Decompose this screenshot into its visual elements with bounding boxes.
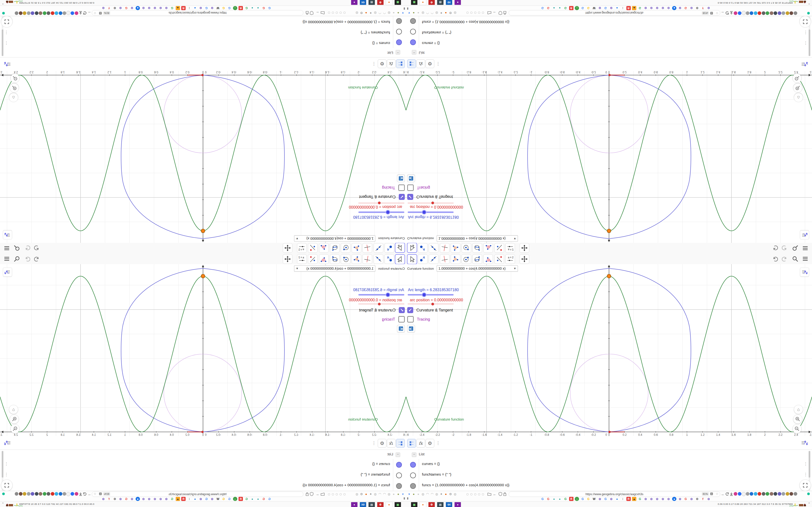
extension-icon[interactable]: ● bbox=[412, 11, 416, 15]
reflect-about-line-tool-button[interactable] bbox=[308, 254, 317, 264]
polygon-tool-button[interactable] bbox=[451, 243, 460, 253]
extension-icon[interactable]: ◍ bbox=[435, 11, 439, 15]
bookmark-favicon[interactable]: ✿ bbox=[655, 497, 659, 501]
extension-icon[interactable] bbox=[43, 11, 46, 15]
extension-icon[interactable] bbox=[758, 492, 761, 496]
curvature-tangent-checkbox[interactable]: ✓ bbox=[407, 307, 413, 313]
bookmark-favicon[interactable]: ● bbox=[256, 497, 260, 501]
bookmark-favicon[interactable]: f bbox=[107, 6, 111, 10]
collapse-button[interactable]: − bbox=[412, 452, 416, 457]
taskbar-app-icon[interactable]: ▣ bbox=[411, 0, 418, 5]
bookmark-favicon[interactable]: G bbox=[170, 6, 174, 10]
extension-icon[interactable]: ◍ bbox=[355, 492, 359, 496]
point-tool-button[interactable]: A bbox=[385, 243, 394, 253]
extension-icon[interactable] bbox=[15, 11, 18, 15]
bookmark-favicon[interactable]: ✿ bbox=[649, 6, 654, 10]
bookmark-favicon[interactable]: ● bbox=[193, 6, 197, 10]
bookmark-favicon[interactable]: ✿ bbox=[609, 6, 613, 10]
extension-icon[interactable]: ◍ bbox=[387, 11, 391, 15]
bookmark-favicon[interactable]: Я bbox=[239, 497, 243, 501]
bookmark-favicon[interactable]: ✿ bbox=[118, 6, 123, 10]
back-icon[interactable]: ← bbox=[315, 492, 319, 496]
extension-icon[interactable]: ◍ bbox=[453, 492, 457, 496]
taskbar-app-icon[interactable]: ▣ bbox=[411, 502, 418, 507]
extension-icon[interactable]: ⚙ bbox=[359, 492, 364, 496]
extension-icon[interactable]: ● bbox=[392, 492, 396, 496]
extension-icon[interactable] bbox=[773, 11, 777, 15]
algebra-style-button[interactable] bbox=[3, 60, 12, 68]
collapse-button[interactable]: − bbox=[412, 50, 416, 55]
bookmark-favicon[interactable]: ● bbox=[552, 497, 556, 501]
bookmark-favicon[interactable]: G bbox=[227, 497, 232, 501]
scrollbar-thumb[interactable] bbox=[2, 451, 3, 477]
bookmark-favicon[interactable]: G bbox=[124, 6, 129, 10]
taskbar-app-icon[interactable]: 64 bbox=[446, 502, 452, 507]
extension-icon[interactable] bbox=[778, 492, 781, 496]
bookmark-favicon[interactable]: ✿ bbox=[158, 6, 163, 10]
row-kebab-icon[interactable]: ⋮ bbox=[4, 30, 8, 35]
taskbar-app-icon[interactable]: ● bbox=[419, 502, 426, 507]
algebra-scrollbar[interactable] bbox=[2, 451, 3, 497]
row-kebab-icon[interactable]: ⋮ bbox=[804, 30, 808, 35]
extension-icon[interactable]: ◠ bbox=[382, 11, 387, 15]
extension-icon[interactable]: ⚙ bbox=[448, 492, 453, 496]
fullscreen-button[interactable] bbox=[800, 16, 811, 27]
zoom-out-button[interactable] bbox=[10, 424, 19, 433]
bookmark-favicon[interactable]: G bbox=[540, 6, 545, 10]
taskbar-app-icon[interactable]: 64 bbox=[360, 502, 366, 507]
download-icon[interactable] bbox=[79, 11, 83, 15]
zoom-in-button[interactable] bbox=[793, 83, 802, 93]
bookmark-favicon[interactable]: G bbox=[563, 6, 568, 10]
bookmark-favicon[interactable]: ↓ bbox=[233, 497, 237, 501]
row-kebab-icon[interactable]: ⋮ bbox=[804, 41, 808, 46]
bookmark-favicon[interactable]: ✿ bbox=[153, 497, 157, 501]
forward-icon[interactable]: → bbox=[720, 11, 724, 15]
algebra-row[interactable]: curves = {} ⋮ bbox=[406, 459, 812, 470]
bookmark-favicon[interactable]: ✿ bbox=[210, 6, 214, 10]
zoom-out-button[interactable] bbox=[10, 74, 19, 83]
extension-icon[interactable]: ▾ bbox=[407, 492, 411, 496]
extension-icon[interactable] bbox=[39, 11, 43, 15]
forward-icon[interactable]: → bbox=[720, 492, 724, 496]
visibility-toggle[interactable] bbox=[396, 472, 402, 478]
tracing-checkbox[interactable] bbox=[398, 184, 405, 191]
extension-icon[interactable] bbox=[742, 11, 746, 15]
bookmark-favicon[interactable]: ● bbox=[615, 6, 619, 10]
extension-icon[interactable]: ⚙ bbox=[448, 11, 453, 15]
extension-icon[interactable]: ◍ bbox=[373, 11, 377, 15]
arc-position-slider[interactable] bbox=[358, 203, 404, 203]
extension-icon[interactable] bbox=[59, 11, 62, 15]
extension-icon[interactable] bbox=[66, 11, 70, 15]
home-button[interactable]: ⌂ bbox=[9, 93, 18, 102]
settings-gear-button[interactable]: ⚙ bbox=[378, 59, 387, 68]
zoom-in-button[interactable] bbox=[10, 83, 19, 93]
taskbar-app-icon[interactable]: ▤ bbox=[368, 0, 375, 5]
fx-button[interactable]: fx bbox=[387, 439, 396, 448]
tracing-checkbox[interactable] bbox=[407, 184, 414, 191]
extension-icon[interactable]: ● bbox=[396, 11, 400, 15]
url-bar[interactable]: https://www.geogebra.org/classic/aagcxh3… bbox=[92, 10, 303, 15]
extension-icon[interactable] bbox=[762, 11, 765, 15]
bookmark-favicon[interactable]: Я bbox=[182, 497, 186, 501]
redo-button[interactable] bbox=[24, 245, 30, 251]
conic-five-points-tool-button[interactable] bbox=[472, 243, 482, 253]
bookmark-favicon[interactable]: ↓ bbox=[575, 6, 579, 10]
home-button[interactable]: ⌂ bbox=[9, 405, 18, 414]
reload-icon[interactable] bbox=[725, 492, 729, 496]
graphics-view[interactable]: -2.6-2.4-2.2-2-1.8-1.6-1.4-1.2-1-0.8-0.6… bbox=[406, 71, 812, 243]
extension-icon[interactable]: ▾ bbox=[407, 11, 411, 15]
extension-icon[interactable] bbox=[75, 492, 78, 496]
extension-icon[interactable] bbox=[51, 492, 54, 496]
move-graphics-tool-button[interactable] bbox=[520, 243, 529, 253]
play-button[interactable]: ▶▏ bbox=[397, 325, 405, 332]
kebab-icon[interactable]: ⋮ bbox=[436, 441, 440, 446]
bookmark-favicon[interactable]: ✿ bbox=[609, 497, 613, 501]
function-input[interactable]: 1.000000000000 + cos(4.000000000000 x) ▼ bbox=[437, 235, 518, 242]
extension-icon[interactable]: ◍ bbox=[453, 11, 457, 15]
shield-icon[interactable] bbox=[310, 492, 314, 496]
extension-icon[interactable] bbox=[31, 11, 35, 15]
bookmark-favicon[interactable]: Я bbox=[569, 497, 573, 501]
extension-icon[interactable]: ◍ bbox=[373, 492, 377, 496]
extension-icon[interactable] bbox=[71, 492, 74, 496]
reflect-about-line-tool-button[interactable] bbox=[308, 243, 317, 253]
